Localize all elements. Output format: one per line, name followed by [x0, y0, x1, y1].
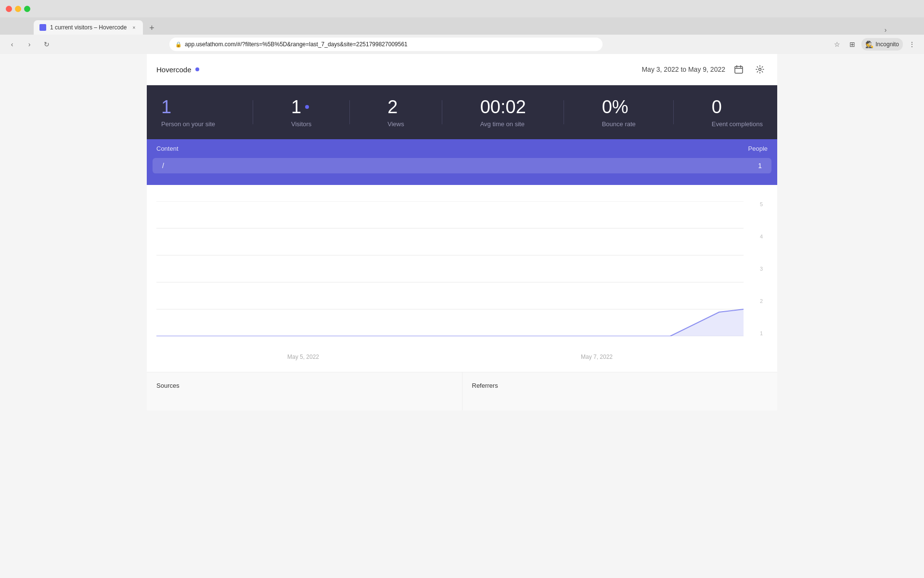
chart-section: 5 4 3 2 1 May 5 [147, 185, 777, 372]
menu-button[interactable]: ⋮ [906, 38, 918, 51]
settings-button[interactable] [752, 62, 768, 77]
extension-button[interactable]: ⊞ [846, 38, 859, 51]
svg-rect-0 [735, 66, 743, 73]
bottom-panels: Sources Referrers [147, 372, 777, 410]
stat-label-person: Person on your site [161, 120, 215, 128]
new-tab-button[interactable]: + [145, 21, 158, 35]
stat-divider-2 [349, 100, 350, 124]
stat-value-bounce: 0% [602, 97, 636, 118]
browser-actions: ☆ ⊞ 🕵 Incognito ⋮ [831, 38, 918, 51]
date-range-controls: May 3, 2022 to May 9, 2022 [642, 62, 768, 77]
sources-title: Sources [156, 382, 452, 389]
referrers-title: Referrers [472, 382, 768, 389]
stat-avg-time: 00:02 Avg time on site [480, 97, 526, 128]
y-label-3: 3 [760, 266, 763, 272]
refresh-button[interactable]: ↻ [40, 38, 53, 51]
forward-button[interactable]: › [23, 38, 36, 51]
top-bar: Hovercode May 3, 2022 to May 9, 2022 [147, 54, 777, 85]
date-range-text: May 3, 2022 to May 9, 2022 [642, 66, 725, 73]
stat-divider-3 [442, 100, 442, 124]
tab-strip-arrow: › [881, 25, 890, 35]
lock-icon: 🔒 [175, 41, 182, 48]
stat-divider-4 [564, 100, 564, 124]
address-bar-row: ‹ › ↻ 🔒 app.usefathom.com/#/?filters=%5B… [0, 35, 924, 54]
people-column-header: People [729, 145, 768, 152]
chart-svg [156, 201, 744, 336]
calendar-icon [734, 65, 743, 74]
content-people-count: 1 [723, 162, 762, 170]
x-label-may5: May 5, 2022 [287, 354, 319, 360]
stat-value-events: 0 [712, 97, 763, 118]
settings-icon [756, 65, 764, 74]
chart-line [156, 309, 744, 336]
stat-label-visitors: Visitors [291, 120, 311, 128]
stat-divider-1 [253, 100, 253, 124]
x-label-may7: May 7, 2022 [581, 354, 613, 360]
back-button[interactable]: ‹ [6, 38, 18, 51]
y-label-2: 2 [760, 298, 763, 304]
sources-panel: Sources [147, 372, 462, 410]
tab-bar: 1 current visitors – Hovercode × + › [0, 17, 924, 35]
stat-value-views: 2 [387, 97, 404, 118]
browser-chrome: 1 current visitors – Hovercode × + › ‹ ›… [0, 0, 924, 54]
stat-label-bounce: Bounce rate [602, 120, 636, 128]
incognito-badge: 🕵 Incognito [861, 38, 903, 51]
minimize-button[interactable] [15, 6, 21, 12]
bookmark-button[interactable]: ☆ [831, 38, 843, 51]
stat-divider-5 [673, 100, 674, 124]
chart-area-fill [156, 309, 744, 336]
titlebar [0, 0, 924, 17]
x-axis: May 5, 2022 May 7, 2022 [156, 354, 744, 360]
chart-container: 5 4 3 2 1 May 5 [156, 197, 768, 360]
stat-value-person: 1 [161, 97, 215, 118]
stat-visitors: 1 Visitors [291, 97, 311, 128]
stat-person-on-site: 1 Person on your site [161, 97, 215, 128]
content-path: / [162, 162, 723, 170]
site-selector[interactable]: Hovercode [156, 66, 199, 74]
content-table-rows: / 1 [147, 158, 777, 173]
calendar-button[interactable] [731, 62, 746, 77]
y-label-1: 1 [760, 330, 763, 336]
content-section: Content People / 1 [147, 139, 777, 185]
address-bar[interactable]: 🔒 app.usefathom.com/#/?filters=%5B%5D&ra… [169, 38, 603, 51]
maximize-button[interactable] [24, 6, 30, 12]
stats-bar: 1 Person on your site 1 Visitors 2 Views… [147, 85, 777, 139]
referrers-panel: Referrers [462, 372, 778, 410]
stat-label-events: Event completions [712, 120, 763, 128]
live-indicator-dot [195, 67, 199, 71]
content-table-header: Content People [147, 139, 777, 158]
table-row[interactable]: / 1 [153, 158, 771, 173]
incognito-label: Incognito [875, 41, 899, 48]
y-axis: 5 4 3 2 1 [760, 201, 763, 336]
stat-views: 2 Views [387, 97, 404, 128]
stat-label-views: Views [387, 120, 404, 128]
stat-bounce-rate: 0% Bounce rate [602, 97, 636, 128]
y-label-5: 5 [760, 201, 763, 207]
app-container: Hovercode May 3, 2022 to May 9, 2022 [147, 54, 777, 410]
visitors-live-dot [305, 105, 309, 109]
close-button[interactable] [6, 6, 12, 12]
tab-title: 1 current visitors – Hovercode [50, 24, 127, 31]
svg-point-4 [759, 68, 761, 71]
traffic-lights [6, 6, 30, 12]
stat-value-visitors: 1 [291, 97, 311, 118]
url-text: app.usefathom.com/#/?filters=%5B%5D&rang… [185, 41, 408, 48]
content-column-header: Content [156, 145, 729, 152]
stat-value-avg-time: 00:02 [480, 97, 526, 118]
site-name: Hovercode [156, 66, 192, 74]
active-tab[interactable]: 1 current visitors – Hovercode × [34, 20, 143, 35]
stat-label-avg-time: Avg time on site [480, 120, 526, 128]
stat-event-completions: 0 Event completions [712, 97, 763, 128]
y-label-4: 4 [760, 234, 763, 239]
tab-favicon [39, 24, 46, 31]
tab-close-button[interactable]: × [130, 24, 137, 31]
